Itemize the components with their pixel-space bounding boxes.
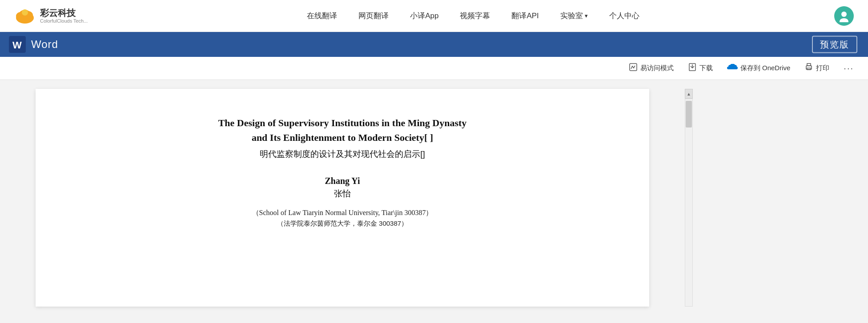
onedrive-label: 保存到 OneDrive [740, 64, 791, 72]
doc-title-cn: 明代监察制度的设计及其对现代社会的启示[] [260, 148, 425, 160]
svg-point-4 [22, 9, 28, 16]
word-icon-area: W Word [9, 36, 58, 53]
vertical-scrollbar[interactable]: ▲ [685, 89, 693, 307]
nav-links: 在线翻译 网页翻译 小译App 视频字幕 翻译API 实验室 个人中心 [112, 11, 834, 21]
accessibility-mode-button[interactable]: 易访问模式 [629, 63, 674, 74]
avatar[interactable] [834, 6, 854, 26]
svg-point-6 [840, 18, 848, 22]
nav-item-personal[interactable]: 个人中心 [609, 11, 639, 21]
logo-en: ColorfulClouds Tech... [40, 18, 88, 24]
word-header-bar: W Word 预览版 [0, 32, 868, 57]
logo-text: 彩云科技 ColorfulClouds Tech... [40, 8, 88, 24]
doc-affiliation-en: （School of Law Tiaryin Normal University… [252, 208, 433, 218]
nav-item-lab[interactable]: 实验室 [560, 11, 588, 21]
scrollbar-track[interactable] [685, 99, 693, 307]
nav-item-video-subtitle[interactable]: 视频字幕 [460, 11, 490, 21]
logo-icon [14, 5, 36, 27]
save-onedrive-button[interactable]: 保存到 OneDrive [727, 63, 791, 73]
download-button[interactable]: 下载 [688, 63, 713, 74]
nav-item-webpage-translate[interactable]: 网页翻译 [358, 11, 389, 21]
doc-author-cn: 张怡 [334, 188, 351, 199]
nav-item-api[interactable]: 翻译API [511, 11, 538, 21]
logo-area[interactable]: 彩云科技 ColorfulClouds Tech... [14, 5, 112, 27]
accessibility-label: 易访问模式 [640, 64, 674, 72]
document-page: The Design of Supervisory Institutions i… [36, 89, 649, 307]
svg-point-5 [841, 12, 847, 17]
doc-right-margin [649, 89, 685, 307]
nav-right [834, 6, 854, 26]
doc-author-en: Zhang Yi [325, 176, 360, 186]
doc-left-margin [0, 89, 36, 307]
accessibility-icon [629, 63, 638, 74]
nav-item-app[interactable]: 小译App [410, 11, 438, 21]
scrollbar-up-button[interactable]: ▲ [685, 89, 693, 99]
onedrive-icon [727, 63, 738, 73]
svg-rect-12 [807, 64, 811, 66]
doc-toolbar: 易访问模式 下载 保存到 OneDrive 打印 ··· [0, 57, 868, 80]
doc-title-en-line1: The Design of Supervisory Institutions i… [218, 116, 467, 145]
svg-text:W: W [12, 40, 22, 50]
print-label: 打印 [816, 64, 829, 72]
download-icon [688, 63, 697, 74]
print-button[interactable]: 打印 [804, 63, 829, 74]
scrollbar-thumb[interactable] [686, 101, 692, 128]
more-options-button[interactable]: ··· [844, 63, 854, 73]
top-navigation: 彩云科技 ColorfulClouds Tech... 在线翻译 网页翻译 小译… [0, 0, 868, 32]
word-w-icon: W [12, 39, 23, 50]
nav-item-online-translate[interactable]: 在线翻译 [307, 11, 337, 21]
word-icon-box: W [9, 36, 26, 53]
download-label: 下载 [699, 64, 713, 72]
word-title: Word [31, 38, 58, 51]
doc-affiliation-cn: （法学院泰尔茵师范大学，泰尔金 300387） [277, 219, 408, 228]
logo-cn: 彩云科技 [40, 8, 88, 18]
preview-badge: 预览版 [812, 36, 857, 53]
user-avatar-icon [838, 10, 850, 22]
print-icon [804, 63, 813, 74]
document-area: The Design of Supervisory Institutions i… [0, 80, 868, 307]
